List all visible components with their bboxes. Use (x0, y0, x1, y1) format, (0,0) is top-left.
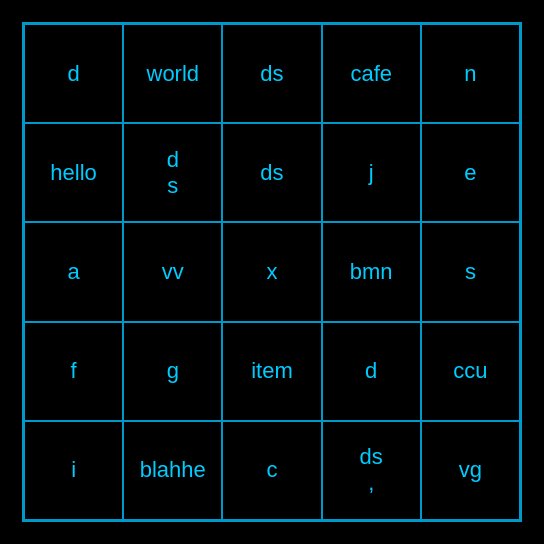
cell-0-4: n (421, 24, 520, 123)
cell-4-2: c (222, 421, 321, 520)
cell-2-4: s (421, 222, 520, 321)
cell-4-3: ds , (322, 421, 421, 520)
cell-3-4: ccu (421, 322, 520, 421)
cell-4-1: blahhe (123, 421, 222, 520)
cell-2-0: a (24, 222, 123, 321)
cell-3-1: g (123, 322, 222, 421)
cell-1-0: hello (24, 123, 123, 222)
cell-2-1: vv (123, 222, 222, 321)
cell-4-0: i (24, 421, 123, 520)
cell-0-3: cafe (322, 24, 421, 123)
cell-0-0: d (24, 24, 123, 123)
cell-3-2: item (222, 322, 321, 421)
main-grid: dworlddscafenhellod sdsjeavvxbmnsfgitemd… (22, 22, 522, 522)
cell-3-0: f (24, 322, 123, 421)
cell-3-3: d (322, 322, 421, 421)
cell-2-2: x (222, 222, 321, 321)
cell-4-4: vg (421, 421, 520, 520)
cell-2-3: bmn (322, 222, 421, 321)
cell-1-4: e (421, 123, 520, 222)
cell-0-1: world (123, 24, 222, 123)
cell-0-2: ds (222, 24, 321, 123)
cell-1-2: ds (222, 123, 321, 222)
cell-1-3: j (322, 123, 421, 222)
cell-1-1: d s (123, 123, 222, 222)
